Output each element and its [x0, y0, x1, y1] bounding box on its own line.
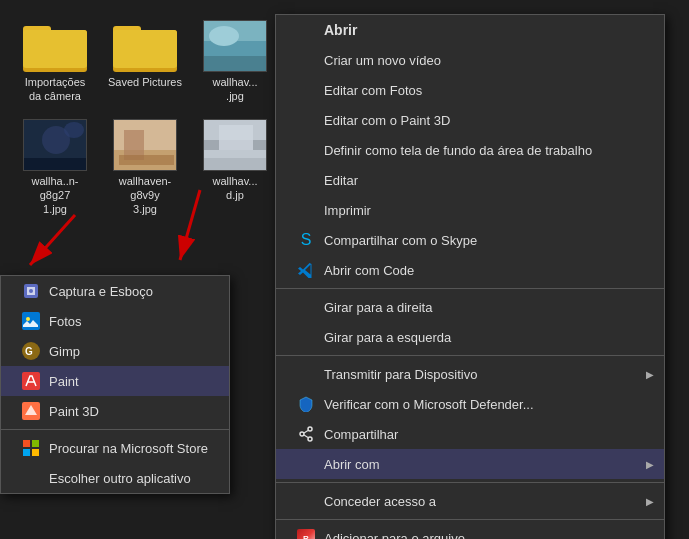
girar-esquerda-icon	[296, 327, 316, 347]
gimp-icon: G	[21, 341, 41, 361]
divider-1	[276, 288, 664, 289]
svg-point-23	[300, 432, 304, 436]
menu-girar-direita[interactable]: Girar para a direita	[276, 292, 664, 322]
outro-icon	[21, 468, 41, 488]
imprimir-icon	[296, 200, 316, 220]
menu-definir-fundo[interactable]: Definir como tela de fundo da área de tr…	[276, 135, 664, 165]
fotos-icon	[296, 80, 316, 100]
sub-outro[interactable]: Escolher outro aplicativo	[1, 463, 229, 493]
file-label-4: wallhav...d.jp	[212, 174, 257, 203]
svg-rect-2	[23, 30, 87, 68]
file-item-wallhav3[interactable]: wallhaven-g8v9y3.jpg	[105, 119, 185, 217]
compartilhar-icon	[296, 424, 316, 444]
svg-point-31	[26, 317, 30, 321]
svg-rect-38	[23, 440, 30, 447]
abrir-com-icon	[296, 454, 316, 474]
svg-line-26	[304, 435, 308, 438]
menu-transmitir[interactable]: Transmitir para Dispositivo	[276, 359, 664, 389]
paint-icon	[21, 371, 41, 391]
svg-point-22	[308, 427, 312, 431]
menu-criar-video[interactable]: Criar um novo vídeo	[276, 45, 664, 75]
sub-store[interactable]: Procurar na Microsoft Store	[1, 433, 229, 463]
menu-defender[interactable]: Verificar com o Microsoft Defender...	[276, 389, 664, 419]
menu-girar-esquerda[interactable]: Girar para a esquerda	[276, 322, 664, 352]
svg-rect-9	[204, 56, 267, 72]
file-label-1: wallhav....jpg	[212, 75, 257, 104]
menu-abrir-com[interactable]: Abrir com	[276, 449, 664, 479]
abrir-icon	[296, 20, 316, 40]
sub-fotos[interactable]: Fotos	[1, 306, 229, 336]
svg-rect-5	[113, 30, 177, 68]
sub-divider-1	[1, 429, 229, 430]
svg-line-25	[304, 431, 308, 434]
file-item-saved-pictures[interactable]: Saved Pictures	[105, 20, 185, 104]
sub-captura[interactable]: Captura e Esboço	[1, 276, 229, 306]
menu-vscode[interactable]: Abrir com Code	[276, 255, 664, 285]
file-thumb-4	[203, 119, 267, 171]
conceder-icon	[296, 491, 316, 511]
svg-point-13	[64, 122, 84, 138]
svg-rect-34	[22, 372, 40, 390]
context-menu-sub: Captura e Esboço Fotos G Gimp	[0, 275, 230, 494]
svg-rect-21	[204, 158, 267, 171]
file-item-wallhav2[interactable]: wallha..n-g8g271.jpg	[15, 119, 95, 217]
file-thumb-3	[113, 119, 177, 171]
file-label: Importações da câmera	[18, 75, 93, 104]
folder-icon-saved	[113, 20, 177, 72]
svg-rect-40	[23, 449, 30, 456]
captura-icon	[21, 281, 41, 301]
file-thumb-1	[203, 20, 267, 72]
svg-point-8	[209, 26, 239, 46]
file-item-wallhav1[interactable]: wallhav....jpg	[195, 20, 275, 104]
svg-rect-20	[219, 125, 253, 150]
menu-editar[interactable]: Editar	[276, 165, 664, 195]
svg-rect-41	[32, 449, 39, 456]
menu-editar-fotos[interactable]: Editar com Fotos	[276, 75, 664, 105]
sub-paint3d[interactable]: Paint 3D	[1, 396, 229, 426]
divider-4	[276, 519, 664, 520]
menu-conceder[interactable]: Conceder acesso a	[276, 486, 664, 516]
sub-gimp[interactable]: G Gimp	[1, 336, 229, 366]
fundo-icon	[296, 140, 316, 160]
svg-point-29	[29, 289, 33, 293]
paint3d-edit-icon	[296, 110, 316, 130]
file-label-saved: Saved Pictures	[108, 75, 182, 89]
file-thumb-2	[23, 119, 87, 171]
context-menu-main: Abrir Criar um novo vídeo Editar com Fot…	[275, 14, 665, 539]
file-grid: Importações da câmera Saved Pictures	[15, 20, 260, 216]
divider-2	[276, 355, 664, 356]
paint3d-icon	[21, 401, 41, 421]
divider-3	[276, 482, 664, 483]
video-icon	[296, 50, 316, 70]
svg-rect-30	[22, 312, 40, 330]
fotos-app-icon	[21, 311, 41, 331]
skype-icon: S	[296, 230, 316, 250]
menu-skype[interactable]: S Compartilhar com o Skype	[276, 225, 664, 255]
folder-icon	[23, 20, 87, 72]
girar-direita-icon	[296, 297, 316, 317]
file-item-wallhav4[interactable]: wallhav...d.jp	[195, 119, 275, 217]
winrar-1-icon: R	[296, 528, 316, 539]
svg-rect-12	[24, 158, 87, 171]
svg-point-24	[308, 437, 312, 441]
menu-imprimir[interactable]: Imprimir	[276, 195, 664, 225]
sub-paint[interactable]: Paint	[1, 366, 229, 396]
file-item-importacoes[interactable]: Importações da câmera	[15, 20, 95, 104]
file-label-3: wallhaven-g8v9y3.jpg	[108, 174, 183, 217]
svg-rect-39	[32, 440, 39, 447]
editar-icon	[296, 170, 316, 190]
file-label-2: wallha..n-g8g271.jpg	[18, 174, 93, 217]
svg-rect-17	[119, 155, 174, 165]
menu-abrir[interactable]: Abrir	[276, 15, 664, 45]
menu-compartilhar[interactable]: Compartilhar	[276, 419, 664, 449]
menu-adicionar-arquivo[interactable]: R Adicionar para o arquivo...	[276, 523, 664, 539]
svg-text:G: G	[25, 346, 33, 357]
vscode-icon	[296, 260, 316, 280]
transmitir-icon	[296, 364, 316, 384]
store-icon	[21, 438, 41, 458]
defender-icon	[296, 394, 316, 414]
menu-editar-paint3d[interactable]: Editar com o Paint 3D	[276, 105, 664, 135]
